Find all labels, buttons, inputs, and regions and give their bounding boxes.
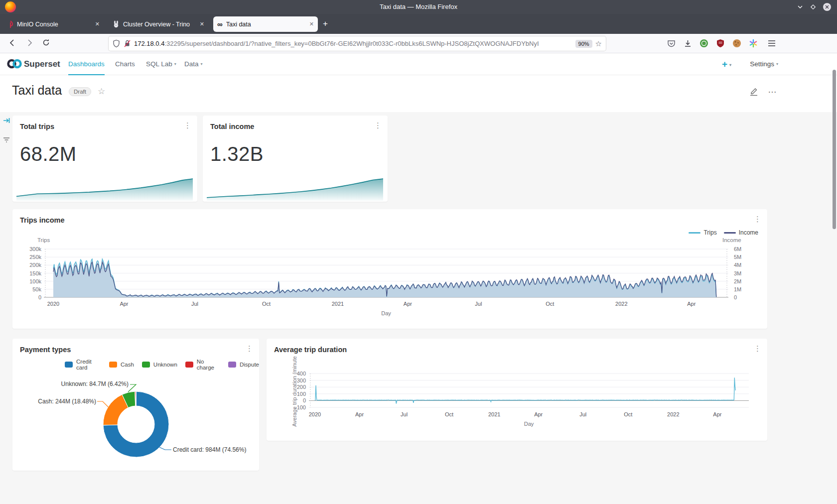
tab-minio-console[interactable]: MinIO Console ✕ <box>4 16 104 32</box>
pie-label-unknown: Unknown: 84.7M (6.42%) <box>61 380 129 387</box>
url-toolbar: 172.18.0.4:32295/superset/dashboard/1/?n… <box>0 34 837 53</box>
x-axis-tick-label: Oct <box>618 411 638 417</box>
legend-swatch-credit-card <box>65 362 73 368</box>
chart-menu-kebab-icon[interactable]: ⋮ <box>246 345 253 352</box>
tab-close-icon[interactable]: ✕ <box>200 21 204 27</box>
forward-button[interactable] <box>25 38 34 47</box>
x-axis-tick-label: Jul <box>573 411 593 417</box>
card-title: Average trip duration <box>274 346 347 354</box>
superset-logo-icon[interactable] <box>6 57 22 70</box>
lock-disabled-icon[interactable] <box>124 39 131 48</box>
nav-charts[interactable]: Charts <box>115 53 135 75</box>
y-axis-tick-label-right: 4M <box>734 262 741 268</box>
x-axis-tick-label: Apr <box>398 301 418 307</box>
tab-bar: MinIO Console ✕ Cluster Overview - Trino… <box>0 14 837 34</box>
x-axis-tick-label: Apr <box>529 411 549 417</box>
nav-data[interactable]: Data▾ <box>184 53 203 75</box>
asterisk-extension-icon[interactable] <box>748 38 759 49</box>
tab-close-icon[interactable]: ✕ <box>309 21 314 27</box>
x-axis-tick-label: Jul <box>185 301 205 307</box>
legend-trips-label[interactable]: Trips <box>703 229 716 236</box>
x-axis-tick-label: Apr <box>350 411 370 417</box>
superset-icon: ∞ <box>217 20 223 28</box>
trips-income-legend[interactable]: Trips Income <box>682 229 758 236</box>
dashboard-canvas: Total trips ⋮ 68.2M Total income ⋮ 1.32B… <box>0 112 837 504</box>
payment-types-legend[interactable]: Credit cardCashUnknownNo chargeDispute <box>65 359 259 371</box>
cookie-extension-icon[interactable] <box>731 38 742 49</box>
scrollbar-thumb[interactable] <box>833 70 836 229</box>
y-axis-tick-label: 0 <box>288 397 306 403</box>
tab-close-icon[interactable]: ✕ <box>95 21 100 27</box>
chart-menu-kebab-icon[interactable]: ⋮ <box>754 345 761 352</box>
x-axis-tick-label: Oct <box>256 301 276 307</box>
right-axis-title: Income <box>722 237 741 243</box>
legend-trips-swatch <box>689 232 700 234</box>
filter-icon[interactable] <box>2 136 10 143</box>
new-item-button[interactable]: +▾ <box>722 59 731 70</box>
reload-button[interactable] <box>42 38 50 47</box>
chart-menu-kebab-icon[interactable]: ⋮ <box>754 215 761 223</box>
legend-label[interactable]: Credit card <box>76 359 101 371</box>
pocket-icon[interactable] <box>666 38 677 49</box>
privacy-badger-icon[interactable] <box>698 38 709 49</box>
legend-income-label[interactable]: Income <box>739 229 758 236</box>
expand-filter-bar-icon[interactable] <box>2 117 12 125</box>
chart-menu-kebab-icon[interactable]: ⋮ <box>184 122 191 129</box>
back-button[interactable] <box>8 38 17 47</box>
chart-menu-kebab-icon[interactable]: ⋮ <box>374 122 382 129</box>
card-title: Payment types <box>20 346 71 354</box>
tab-label: Taxi data <box>226 21 305 28</box>
nav-sql-lab[interactable]: SQL Lab▾ <box>146 53 176 75</box>
shield-icon[interactable] <box>113 39 120 48</box>
x-axis-tick-label: 2022 <box>663 411 683 417</box>
restore-window-button[interactable] <box>808 2 818 12</box>
card-title: Trips income <box>20 216 64 224</box>
pie-label-credit-card: Credit card: 984M (74.56%) <box>173 446 246 453</box>
close-window-button[interactable] <box>822 2 832 12</box>
y-axis-tick-label: 0 <box>21 294 41 300</box>
y-axis-tick-label-right: 0 <box>734 294 737 300</box>
pie-leader-line <box>159 447 171 450</box>
card-total-income: Total income ⋮ 1.32B <box>203 116 388 202</box>
avg-trip-duration-chart[interactable] <box>267 339 767 441</box>
zoom-level-badge[interactable]: 90% <box>575 40 592 48</box>
ublock-icon[interactable] <box>715 38 726 49</box>
kpi-sparkline <box>15 177 194 201</box>
download-icon[interactable] <box>682 38 693 49</box>
legend-label[interactable]: Cash <box>121 362 134 368</box>
edit-pencil-icon[interactable] <box>749 86 759 96</box>
settings-menu[interactable]: Settings▾ <box>750 53 778 75</box>
card-trips-income: Trips income ⋮ Trips Income Trips Income… <box>12 209 767 329</box>
y-axis-tick-label: 300 <box>288 378 306 383</box>
minio-icon <box>8 20 13 28</box>
tab-list-chevron-button[interactable] <box>795 2 805 12</box>
y-axis-tick-label: 50k <box>21 286 41 292</box>
y-axis-tick-label-right: 5M <box>734 254 741 260</box>
tab-trino[interactable]: Cluster Overview - Trino ✕ <box>109 16 208 32</box>
favorite-star-icon[interactable]: ☆ <box>98 86 105 97</box>
trino-icon <box>113 20 120 28</box>
card-payment-types: Payment types ⋮ Credit cardCashUnknownNo… <box>12 339 259 471</box>
dashboard-header: Taxi data Draft ☆ … <box>0 75 837 112</box>
nav-dashboards[interactable]: Dashboards <box>68 53 105 75</box>
pie-label-cash: Cash: 244M (18.48%) <box>38 398 96 405</box>
more-options-icon[interactable]: … <box>768 86 777 96</box>
bookmark-star-icon[interactable]: ☆ <box>595 39 602 48</box>
y-axis-tick-label-right: 6M <box>734 246 741 252</box>
card-total-trips: Total trips ⋮ 68.2M <box>12 116 197 202</box>
tab-taxi-data[interactable]: ∞ Taxi data ✕ <box>213 16 318 32</box>
menu-hamburger-icon[interactable] <box>766 38 777 49</box>
y-axis-tick-label: 250k <box>21 254 41 260</box>
left-axis-title: Trips <box>37 237 50 243</box>
tab-label: MinIO Console <box>17 21 91 28</box>
legend-label[interactable]: Dispute <box>240 362 259 368</box>
legend-label[interactable]: No charge <box>197 359 220 371</box>
legend-label[interactable]: Unknown <box>153 362 177 368</box>
kpi-value: 1.32B <box>210 143 264 165</box>
new-tab-button[interactable]: + <box>323 19 328 29</box>
superset-brand[interactable]: Superset <box>24 59 60 69</box>
card-title: Total income <box>210 123 254 130</box>
url-input[interactable]: 172.18.0.4:32295/superset/dashboard/1/?n… <box>109 36 606 51</box>
page-title: Taxi data <box>12 83 62 98</box>
superset-navbar: Superset Dashboards Charts SQL Lab▾ Data… <box>0 53 837 75</box>
